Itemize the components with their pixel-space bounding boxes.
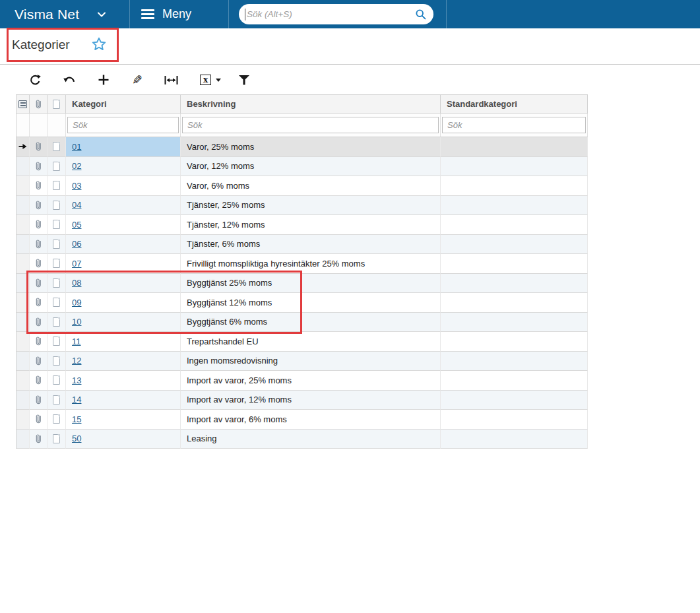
row-note-cell[interactable]	[48, 176, 66, 196]
row-note-cell[interactable]	[48, 235, 66, 255]
row-attachment-cell[interactable]	[30, 235, 48, 255]
category-cell[interactable]: 07	[66, 254, 181, 274]
row-attachment-cell[interactable]	[30, 157, 48, 177]
search-input[interactable]	[245, 9, 411, 19]
row-attachment-cell[interactable]	[30, 137, 48, 157]
header-row-settings-cell[interactable]	[16, 94, 30, 113]
row-note-cell[interactable]	[48, 430, 66, 449]
table-row[interactable]: 01 Varor, 25% moms	[16, 137, 588, 157]
table-row[interactable]: 05 Tjänster, 12% moms	[16, 215, 588, 235]
global-search[interactable]	[239, 4, 433, 24]
table-row[interactable]: 50 Leasing	[16, 430, 588, 449]
row-attachment-cell[interactable]	[30, 176, 48, 196]
row-note-cell[interactable]	[48, 371, 66, 391]
category-link[interactable]: 11	[66, 337, 81, 346]
row-attachment-cell[interactable]	[30, 332, 48, 352]
row-note-cell[interactable]	[48, 196, 66, 216]
category-link[interactable]: 09	[66, 298, 81, 307]
row-note-cell[interactable]	[48, 157, 66, 177]
category-cell[interactable]: 05	[66, 215, 181, 235]
row-attachment-cell[interactable]	[30, 371, 48, 391]
category-link[interactable]: 10	[66, 317, 81, 327]
category-link[interactable]: 01	[66, 142, 81, 152]
undo-button[interactable]	[57, 68, 81, 92]
table-row[interactable]: 03 Varor, 6% moms	[16, 176, 588, 196]
row-note-cell[interactable]	[48, 332, 66, 352]
table-row[interactable]: 14 Import av varor, 12% moms	[16, 391, 588, 410]
category-cell[interactable]: 03	[66, 176, 181, 196]
category-cell[interactable]: 04	[66, 196, 181, 216]
row-note-cell[interactable]	[48, 313, 66, 333]
category-link[interactable]: 12	[66, 356, 81, 366]
favorite-star-icon[interactable]	[92, 37, 106, 51]
category-link[interactable]: 06	[66, 239, 81, 249]
table-row[interactable]: 04 Tjänster, 25% moms	[16, 196, 588, 216]
category-cell[interactable]: 08	[66, 274, 181, 294]
row-note-cell[interactable]	[48, 391, 66, 410]
menu-button[interactable]: Meny	[141, 0, 191, 28]
filter-input-kategori[interactable]	[67, 117, 179, 133]
row-attachment-cell[interactable]	[30, 274, 48, 294]
table-row[interactable]: 02 Varor, 12% moms	[16, 157, 588, 177]
table-row[interactable]: 09 Byggtjänst 12% moms	[16, 293, 588, 313]
category-cell[interactable]: 13	[66, 371, 181, 391]
column-header-beskrivning[interactable]: Beskrivning	[181, 94, 441, 113]
row-attachment-cell[interactable]	[30, 254, 48, 274]
row-attachment-cell[interactable]	[30, 215, 48, 235]
column-header-standardkategori[interactable]: Standardkategori	[441, 94, 588, 113]
filter-input-beskrivning[interactable]	[182, 117, 439, 133]
chevron-down-icon[interactable]	[98, 12, 106, 17]
row-note-cell[interactable]	[48, 274, 66, 294]
filter-input-standardkategori[interactable]	[442, 117, 586, 133]
table-row[interactable]: 06 Tjänster, 6% moms	[16, 235, 588, 255]
category-link[interactable]: 15	[66, 414, 81, 424]
row-note-cell[interactable]	[48, 410, 66, 430]
category-link[interactable]: 05	[66, 220, 81, 230]
row-note-cell[interactable]	[48, 254, 66, 274]
category-cell[interactable]: 15	[66, 410, 181, 430]
row-attachment-cell[interactable]	[30, 293, 48, 313]
row-attachment-cell[interactable]	[30, 352, 48, 371]
category-link[interactable]: 03	[66, 181, 81, 191]
category-link[interactable]: 04	[66, 200, 81, 210]
row-note-cell[interactable]	[48, 352, 66, 371]
row-attachment-cell[interactable]	[30, 313, 48, 333]
row-note-cell[interactable]	[48, 215, 66, 235]
brand-menu[interactable]: Visma Net	[15, 0, 79, 28]
category-cell[interactable]: 12	[66, 352, 181, 371]
row-attachment-cell[interactable]	[30, 410, 48, 430]
category-link[interactable]: 07	[66, 259, 81, 269]
table-row[interactable]: 12 Ingen momsredovisning	[16, 352, 588, 371]
category-link[interactable]: 50	[66, 434, 81, 443]
category-cell[interactable]: 50	[66, 430, 181, 449]
column-header-kategori[interactable]: Kategori	[66, 94, 181, 113]
category-link[interactable]: 02	[66, 161, 81, 171]
search-button[interactable]	[411, 4, 431, 24]
table-row[interactable]: 07 Frivilligt momspliktiga hyresintäkter…	[16, 254, 588, 274]
category-link[interactable]: 13	[66, 375, 81, 385]
row-attachment-cell[interactable]	[30, 391, 48, 410]
category-cell[interactable]: 09	[66, 293, 181, 313]
row-note-cell[interactable]	[48, 293, 66, 313]
category-cell[interactable]: 10	[66, 313, 181, 333]
category-cell[interactable]: 11	[66, 332, 181, 352]
category-cell[interactable]: 14	[66, 391, 181, 410]
category-cell[interactable]: 02	[66, 157, 181, 177]
table-row[interactable]: 15 Import av varor, 6% moms	[16, 410, 588, 430]
refresh-button[interactable]	[23, 68, 47, 92]
row-attachment-cell[interactable]	[30, 196, 48, 216]
row-attachment-cell[interactable]	[30, 430, 48, 449]
category-cell[interactable]: 01	[66, 137, 181, 157]
table-row[interactable]: 08 Byggtjänst 25% moms	[16, 274, 588, 294]
category-link[interactable]: 08	[66, 278, 81, 288]
row-note-cell[interactable]	[48, 137, 66, 157]
filter-button[interactable]	[232, 68, 256, 92]
header-notes-cell[interactable]	[48, 94, 66, 113]
table-row[interactable]: 10 Byggtjänst 6% moms	[16, 313, 588, 333]
fit-width-button[interactable]	[159, 68, 183, 92]
header-attachments-cell[interactable]	[30, 94, 48, 113]
table-row[interactable]: 11 Trepartshandel EU	[16, 332, 588, 352]
export-excel-button[interactable]: x	[194, 68, 227, 92]
table-row[interactable]: 13 Import av varor, 25% moms	[16, 371, 588, 391]
add-button[interactable]	[92, 68, 115, 92]
